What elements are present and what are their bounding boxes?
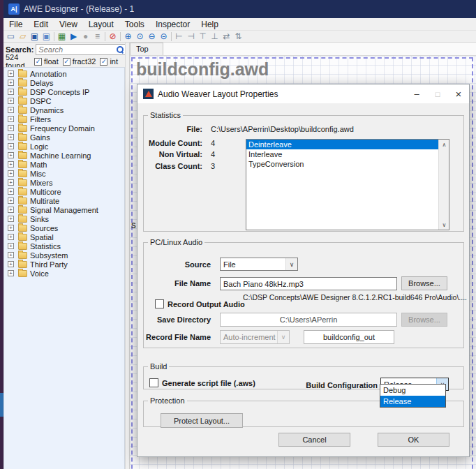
close-button[interactable]: × [448, 84, 469, 103]
menu-view[interactable]: View [54, 20, 83, 29]
expander-icon[interactable] [8, 161, 14, 168]
listbox-scrollbar[interactable]: ∧ ∨ [438, 140, 449, 230]
tree-item[interactable]: Voice [4, 269, 124, 278]
file-name-input[interactable] [220, 277, 397, 290]
tree-item[interactable]: Logic [4, 142, 124, 151]
expander-icon[interactable] [8, 261, 14, 267]
tree-item[interactable]: Third Party [4, 260, 124, 269]
tree-item[interactable]: Machine Learning [4, 151, 124, 160]
expander-icon[interactable] [8, 170, 14, 177]
zoom-fit-icon[interactable]: ⊝ [158, 31, 170, 42]
expander-icon[interactable] [8, 107, 14, 113]
expander-icon[interactable] [8, 225, 14, 231]
tree-item[interactable]: Misc [4, 169, 124, 178]
cancel-button[interactable]: Cancel [278, 433, 350, 447]
tree-item[interactable]: Sinks [4, 214, 124, 223]
distribute-vertical-icon[interactable]: ⇅ [232, 31, 244, 42]
generate-script-checkbox[interactable]: Generate script file (.aws) [149, 378, 255, 387]
save-as-icon[interactable]: ▣ [40, 31, 52, 42]
expander-icon[interactable] [8, 198, 14, 204]
no-edit-icon[interactable]: ⊘ [107, 31, 119, 42]
expander-icon[interactable] [8, 243, 14, 249]
expander-icon[interactable] [8, 207, 14, 213]
record-output-checkbox[interactable]: Record Output Audio [155, 299, 245, 308]
expander-icon[interactable] [8, 89, 14, 95]
zoom-out-icon[interactable]: ⊖ [146, 31, 158, 42]
scroll-up-icon[interactable]: ∧ [439, 140, 449, 149]
expander-icon[interactable] [8, 98, 14, 104]
class-list-item[interactable]: Deinterleave [246, 140, 438, 149]
profile-icon[interactable]: ≡ [91, 31, 103, 42]
expander-icon[interactable] [8, 70, 14, 77]
zoom-in-icon[interactable]: ⊕ [122, 31, 134, 42]
align-top-icon[interactable]: ⊤ [197, 31, 209, 42]
tree-item[interactable]: Frequency Domain [4, 124, 124, 133]
run-layout-icon[interactable]: ▶ [68, 31, 80, 42]
tree-item[interactable]: Multicore [4, 187, 124, 196]
tree-item[interactable]: Gains [4, 133, 124, 142]
tree-item[interactable]: Statistics [4, 241, 124, 251]
source-select[interactable]: File [220, 258, 298, 271]
type-filter-checkbox[interactable]: float [34, 57, 59, 66]
type-filter-checkbox[interactable]: int [100, 57, 118, 66]
tab-top[interactable]: Top [130, 43, 163, 55]
menu-tools[interactable]: Tools [119, 20, 150, 29]
browse-directory-button[interactable]: Browse... [401, 313, 447, 327]
class-list-item[interactable]: TypeConversion [246, 159, 438, 169]
expander-icon[interactable] [8, 143, 14, 149]
menu-layout[interactable]: Layout [83, 20, 119, 29]
expander-icon[interactable] [8, 80, 14, 86]
open-layout-icon[interactable]: ▱ [17, 31, 29, 42]
tree-item[interactable]: Dynamics [4, 105, 124, 114]
tree-item[interactable]: Mixers [4, 178, 124, 187]
expander-icon[interactable] [8, 234, 14, 240]
search-input[interactable] [36, 44, 126, 55]
align-left-icon[interactable]: ⊢ [173, 31, 185, 42]
tree-item[interactable]: Delays [4, 78, 124, 87]
zoom-reset-icon[interactable]: ⊙ [134, 31, 146, 42]
expander-icon[interactable] [8, 252, 14, 258]
tree-item[interactable]: Math [4, 160, 124, 169]
tree-item[interactable]: Annotation [4, 69, 124, 78]
tree-item[interactable]: Subsystem [4, 251, 124, 260]
tree-item[interactable]: Sources [4, 223, 124, 232]
class-list-item[interactable]: Interleave [246, 149, 438, 159]
tree-item[interactable]: Multirate [4, 196, 124, 205]
dropdown-option[interactable]: Debug [380, 385, 445, 396]
expander-icon[interactable] [8, 152, 14, 158]
expander-icon[interactable] [8, 270, 14, 276]
distribute-horizontal-icon[interactable]: ⇄ [221, 31, 232, 42]
tree-item[interactable]: DSPC [4, 96, 124, 105]
menu-inspector[interactable]: Inspector [150, 20, 195, 29]
panel-splitter[interactable] [125, 43, 130, 469]
dropdown-option[interactable]: Release [380, 396, 445, 407]
align-right-icon[interactable]: ⊣ [185, 31, 197, 42]
protect-layout-button[interactable]: Protect Layout... [161, 413, 243, 428]
scroll-down-icon[interactable]: ∨ [439, 220, 449, 230]
tree-item[interactable]: Spatial [4, 232, 124, 241]
expander-icon[interactable] [8, 134, 14, 140]
connect-target-icon[interactable]: ▦ [56, 31, 68, 42]
save-directory-input[interactable] [220, 313, 397, 327]
class-listbox[interactable]: DeinterleaveInterleaveTypeConversion ∧ ∨ [246, 139, 449, 230]
search-icon[interactable] [117, 46, 124, 53]
new-layout-icon[interactable]: ▭ [5, 31, 17, 42]
menu-edit[interactable]: Edit [28, 20, 54, 29]
record-mode-select[interactable]: Auto-increment [220, 330, 290, 344]
tree-item[interactable]: DSP Concepts IP [4, 87, 124, 96]
type-filter-checkbox[interactable]: fract32 [63, 57, 96, 66]
tree-item[interactable]: Signal Management [4, 205, 124, 214]
save-layout-icon[interactable]: ▣ [29, 31, 40, 42]
menu-file[interactable]: File [3, 20, 28, 29]
align-bottom-icon[interactable]: ⊥ [209, 31, 221, 42]
menu-help[interactable]: Help [195, 20, 224, 29]
expander-icon[interactable] [8, 179, 14, 186]
stop-icon[interactable]: ● [80, 31, 91, 42]
expander-icon[interactable] [8, 116, 14, 122]
tree-item[interactable]: Filters [4, 114, 124, 124]
maximize-button[interactable]: □ [427, 84, 448, 103]
browse-file-button[interactable]: Browse... [401, 276, 447, 290]
record-file-input[interactable] [304, 330, 394, 344]
expander-icon[interactable] [8, 125, 14, 131]
ok-button[interactable]: OK [378, 433, 449, 447]
